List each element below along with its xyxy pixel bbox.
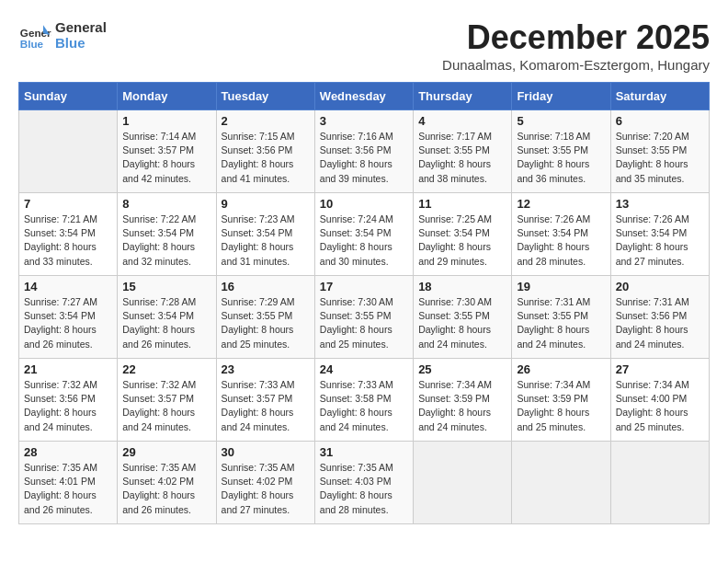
col-header-friday: Friday xyxy=(512,83,610,110)
calendar-cell: 24Sunrise: 7:33 AMSunset: 3:58 PMDayligh… xyxy=(314,359,413,442)
logo-general: General xyxy=(55,19,107,35)
day-info: Sunrise: 7:24 AMSunset: 3:54 PMDaylight:… xyxy=(320,213,408,269)
calendar-header-row: SundayMondayTuesdayWednesdayThursdayFrid… xyxy=(19,83,710,110)
day-info: Sunrise: 7:32 AMSunset: 3:57 PMDaylight:… xyxy=(122,378,210,434)
day-info: Sunrise: 7:18 AMSunset: 3:55 PMDaylight:… xyxy=(517,130,605,186)
day-number: 10 xyxy=(320,197,408,211)
week-row-2: 7Sunrise: 7:21 AMSunset: 3:54 PMDaylight… xyxy=(19,193,710,276)
calendar-cell: 23Sunrise: 7:33 AMSunset: 3:57 PMDayligh… xyxy=(216,359,314,442)
day-number: 25 xyxy=(418,362,506,376)
day-number: 3 xyxy=(320,114,408,128)
day-number: 28 xyxy=(24,445,112,459)
day-info: Sunrise: 7:35 AMSunset: 4:02 PMDaylight:… xyxy=(222,461,310,517)
page-header: General Blue General Blue December 2025 … xyxy=(18,18,710,73)
day-info: Sunrise: 7:30 AMSunset: 3:55 PMDaylight:… xyxy=(418,295,506,351)
calendar-cell: 7Sunrise: 7:21 AMSunset: 3:54 PMDaylight… xyxy=(19,193,118,276)
day-info: Sunrise: 7:16 AMSunset: 3:56 PMDaylight:… xyxy=(320,130,408,186)
day-info: Sunrise: 7:26 AMSunset: 3:54 PMDaylight:… xyxy=(616,213,704,269)
col-header-saturday: Saturday xyxy=(610,83,709,110)
day-info: Sunrise: 7:31 AMSunset: 3:55 PMDaylight:… xyxy=(517,295,605,351)
day-info: Sunrise: 7:33 AMSunset: 3:57 PMDaylight:… xyxy=(222,378,310,434)
day-number: 14 xyxy=(24,280,112,293)
day-info: Sunrise: 7:26 AMSunset: 3:54 PMDaylight:… xyxy=(517,213,605,269)
calendar-cell xyxy=(610,442,709,524)
day-number: 13 xyxy=(616,197,704,211)
day-number: 5 xyxy=(517,114,605,128)
calendar-cell: 28Sunrise: 7:35 AMSunset: 4:01 PMDayligh… xyxy=(19,442,118,524)
day-number: 16 xyxy=(222,280,310,293)
day-number: 18 xyxy=(418,280,506,293)
logo: General Blue General Blue xyxy=(18,18,107,52)
calendar-cell: 29Sunrise: 7:35 AMSunset: 4:02 PMDayligh… xyxy=(118,442,216,524)
week-row-1: 1Sunrise: 7:14 AMSunset: 3:57 PMDaylight… xyxy=(19,110,710,193)
day-info: Sunrise: 7:34 AMSunset: 4:00 PMDaylight:… xyxy=(616,378,704,434)
day-number: 29 xyxy=(122,445,210,459)
day-number: 22 xyxy=(122,362,210,376)
day-number: 26 xyxy=(517,362,605,376)
day-number: 19 xyxy=(517,280,605,293)
calendar-cell: 17Sunrise: 7:30 AMSunset: 3:55 PMDayligh… xyxy=(314,276,413,359)
day-info: Sunrise: 7:23 AMSunset: 3:54 PMDaylight:… xyxy=(222,213,310,269)
day-info: Sunrise: 7:25 AMSunset: 3:54 PMDaylight:… xyxy=(418,213,506,269)
calendar-cell: 11Sunrise: 7:25 AMSunset: 3:54 PMDayligh… xyxy=(414,193,512,276)
calendar-table: SundayMondayTuesdayWednesdayThursdayFrid… xyxy=(18,82,710,524)
calendar-cell: 6Sunrise: 7:20 AMSunset: 3:55 PMDaylight… xyxy=(610,110,709,193)
calendar-cell: 19Sunrise: 7:31 AMSunset: 3:55 PMDayligh… xyxy=(512,276,610,359)
location-subtitle: Dunaalmas, Komarom-Esztergom, Hungary xyxy=(442,57,710,73)
day-number: 8 xyxy=(122,197,210,211)
calendar-cell: 3Sunrise: 7:16 AMSunset: 3:56 PMDaylight… xyxy=(314,110,413,193)
calendar-cell: 30Sunrise: 7:35 AMSunset: 4:02 PMDayligh… xyxy=(216,442,314,524)
day-info: Sunrise: 7:35 AMSunset: 4:01 PMDaylight:… xyxy=(24,461,112,517)
calendar-cell: 8Sunrise: 7:22 AMSunset: 3:54 PMDaylight… xyxy=(118,193,216,276)
calendar-cell xyxy=(19,110,118,193)
calendar-cell: 4Sunrise: 7:17 AMSunset: 3:55 PMDaylight… xyxy=(414,110,512,193)
day-info: Sunrise: 7:31 AMSunset: 3:56 PMDaylight:… xyxy=(616,295,704,351)
day-info: Sunrise: 7:27 AMSunset: 3:54 PMDaylight:… xyxy=(24,295,112,351)
month-title: December 2025 xyxy=(442,18,710,57)
day-info: Sunrise: 7:29 AMSunset: 3:55 PMDaylight:… xyxy=(222,295,310,351)
day-info: Sunrise: 7:34 AMSunset: 3:59 PMDaylight:… xyxy=(517,378,605,434)
day-number: 1 xyxy=(122,114,210,128)
col-header-monday: Monday xyxy=(118,83,216,110)
day-info: Sunrise: 7:32 AMSunset: 3:56 PMDaylight:… xyxy=(24,378,112,434)
day-info: Sunrise: 7:28 AMSunset: 3:54 PMDaylight:… xyxy=(122,295,210,351)
col-header-thursday: Thursday xyxy=(414,83,512,110)
day-info: Sunrise: 7:22 AMSunset: 3:54 PMDaylight:… xyxy=(122,213,210,269)
day-number: 2 xyxy=(222,114,310,128)
day-number: 23 xyxy=(222,362,310,376)
day-info: Sunrise: 7:21 AMSunset: 3:54 PMDaylight:… xyxy=(24,213,112,269)
calendar-cell: 22Sunrise: 7:32 AMSunset: 3:57 PMDayligh… xyxy=(118,359,216,442)
day-number: 6 xyxy=(616,114,704,128)
logo-icon: General Blue xyxy=(18,18,51,52)
svg-text:Blue: Blue xyxy=(20,38,44,50)
title-area: December 2025 Dunaalmas, Komarom-Eszterg… xyxy=(442,18,710,73)
calendar-cell: 20Sunrise: 7:31 AMSunset: 3:56 PMDayligh… xyxy=(610,276,709,359)
calendar-cell: 21Sunrise: 7:32 AMSunset: 3:56 PMDayligh… xyxy=(19,359,118,442)
day-info: Sunrise: 7:35 AMSunset: 4:02 PMDaylight:… xyxy=(122,461,210,517)
calendar-cell: 9Sunrise: 7:23 AMSunset: 3:54 PMDaylight… xyxy=(216,193,314,276)
day-number: 12 xyxy=(517,197,605,211)
day-info: Sunrise: 7:35 AMSunset: 4:03 PMDaylight:… xyxy=(320,461,408,517)
day-number: 11 xyxy=(418,197,506,211)
week-row-5: 28Sunrise: 7:35 AMSunset: 4:01 PMDayligh… xyxy=(19,442,710,524)
col-header-wednesday: Wednesday xyxy=(314,83,413,110)
calendar-cell: 18Sunrise: 7:30 AMSunset: 3:55 PMDayligh… xyxy=(414,276,512,359)
calendar-cell: 25Sunrise: 7:34 AMSunset: 3:59 PMDayligh… xyxy=(414,359,512,442)
day-info: Sunrise: 7:15 AMSunset: 3:56 PMDaylight:… xyxy=(222,130,310,186)
week-row-4: 21Sunrise: 7:32 AMSunset: 3:56 PMDayligh… xyxy=(19,359,710,442)
day-number: 4 xyxy=(418,114,506,128)
day-number: 30 xyxy=(222,445,310,459)
calendar-cell: 14Sunrise: 7:27 AMSunset: 3:54 PMDayligh… xyxy=(19,276,118,359)
calendar-cell xyxy=(512,442,610,524)
calendar-cell: 27Sunrise: 7:34 AMSunset: 4:00 PMDayligh… xyxy=(610,359,709,442)
day-number: 17 xyxy=(320,280,408,293)
calendar-cell: 13Sunrise: 7:26 AMSunset: 3:54 PMDayligh… xyxy=(610,193,709,276)
day-info: Sunrise: 7:34 AMSunset: 3:59 PMDaylight:… xyxy=(418,378,506,434)
day-number: 24 xyxy=(320,362,408,376)
calendar-cell: 12Sunrise: 7:26 AMSunset: 3:54 PMDayligh… xyxy=(512,193,610,276)
logo-blue: Blue xyxy=(55,35,107,51)
calendar-cell: 1Sunrise: 7:14 AMSunset: 3:57 PMDaylight… xyxy=(118,110,216,193)
col-header-tuesday: Tuesday xyxy=(216,83,314,110)
calendar-cell xyxy=(414,442,512,524)
calendar-cell: 15Sunrise: 7:28 AMSunset: 3:54 PMDayligh… xyxy=(118,276,216,359)
